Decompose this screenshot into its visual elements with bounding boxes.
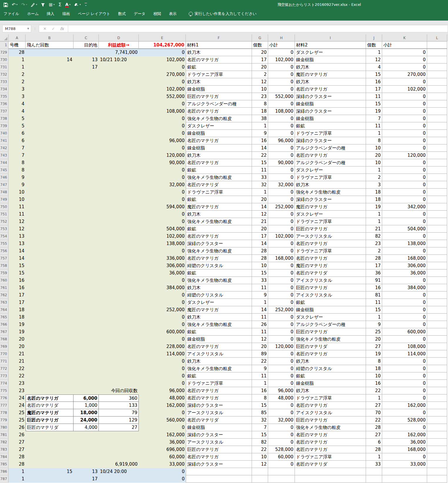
cell-J743[interactable]: 20: [366, 152, 382, 159]
cell-L737[interactable]: [427, 108, 447, 115]
header-cell-A1[interactable]: 号機: [9, 41, 26, 49]
cell-H771[interactable]: 0: [268, 358, 295, 365]
cell-K735[interactable]: 0: [382, 93, 427, 100]
cell-A734[interactable]: 3: [9, 86, 26, 93]
cell-B782[interactable]: [26, 439, 73, 446]
cell-K762[interactable]: 0: [382, 292, 427, 299]
row-header-757[interactable]: 757: [0, 255, 9, 262]
row-header-773[interactable]: 773: [0, 372, 9, 380]
cell-K781[interactable]: 162,000: [382, 431, 427, 439]
cell-E776[interactable]: 48,000: [139, 394, 186, 402]
cell-B750[interactable]: [26, 203, 73, 211]
header-cell-L1[interactable]: [427, 41, 447, 49]
cell-B763[interactable]: [26, 299, 73, 306]
column-header-G[interactable]: G: [252, 34, 268, 41]
cell-F787[interactable]: [186, 475, 252, 483]
cell-H761[interactable]: 0: [268, 284, 295, 292]
cell-J759[interactable]: 36: [366, 269, 382, 277]
cell-I765[interactable]: ダスクレザー: [295, 314, 366, 321]
cell-E756[interactable]: 0: [139, 247, 186, 255]
cell-G761[interactable]: 11: [252, 284, 268, 292]
column-header-K[interactable]: K: [382, 34, 427, 41]
cell-I729[interactable]: ダスクレザー: [295, 49, 366, 56]
cell-L731[interactable]: [427, 64, 447, 71]
cell-B731[interactable]: [26, 64, 73, 71]
cell-F778[interactable]: アースクリスタル: [186, 409, 252, 417]
cell-L750[interactable]: [427, 203, 447, 211]
cell-C781[interactable]: [73, 431, 99, 439]
cell-B737[interactable]: [26, 108, 73, 115]
cell-F746[interactable]: 強化キメラ生物の粗皮: [186, 174, 252, 181]
cell-L753[interactable]: [427, 225, 447, 233]
cell-K764[interactable]: 0: [382, 306, 427, 314]
row-header-1[interactable]: 1: [0, 41, 9, 49]
cell-D753[interactable]: [99, 225, 139, 233]
cell-J753[interactable]: 21: [366, 225, 382, 233]
cell-A741[interactable]: 6: [9, 137, 26, 144]
cell-A776[interactable]: 24: [9, 394, 26, 402]
autosum-icon[interactable]: Σ: [58, 2, 61, 7]
cell-L760[interactable]: [427, 277, 447, 284]
cell-G738[interactable]: 38: [252, 115, 268, 122]
cell-A736[interactable]: 4: [9, 100, 26, 108]
cell-J784[interactable]: 1: [366, 453, 382, 461]
redo-button[interactable]: ↷▾: [21, 3, 27, 7]
cell-B780[interactable]: 巨匠のマテリダ: [26, 424, 73, 431]
cell-E731[interactable]: 0: [139, 64, 186, 71]
cell-C740[interactable]: [73, 130, 99, 137]
cell-H749[interactable]: 0: [268, 196, 295, 203]
cell-F767[interactable]: 銀鉱: [186, 328, 252, 336]
cell-A763[interactable]: 17: [9, 299, 26, 306]
cell-L769[interactable]: [427, 343, 447, 350]
cell-K769[interactable]: 108,000: [382, 343, 427, 350]
row-header-764[interactable]: 764: [0, 306, 9, 314]
cell-L772[interactable]: [427, 365, 447, 372]
cell-C743[interactable]: [73, 152, 99, 159]
cell-G766[interactable]: 26: [252, 321, 268, 328]
cell-I761[interactable]: 巨匠のマテリガ: [295, 284, 366, 292]
cell-L767[interactable]: [427, 328, 447, 336]
cell-H766[interactable]: 0: [268, 321, 295, 328]
cell-H787[interactable]: [268, 475, 295, 483]
cell-L745[interactable]: [427, 166, 447, 174]
cell-C783[interactable]: [73, 446, 99, 453]
cell-D730[interactable]: 10/21 10:20: [99, 56, 139, 64]
row-header-786[interactable]: 786: [0, 468, 9, 475]
cell-L748[interactable]: [427, 189, 447, 196]
cell-G752[interactable]: 21: [252, 218, 268, 225]
header-cell-C1[interactable]: 目的地: [73, 41, 99, 49]
cell-H777[interactable]: 0: [268, 402, 295, 409]
cell-H741[interactable]: 96,000: [268, 137, 295, 144]
cell-I763[interactable]: 銀鉱: [295, 299, 366, 306]
cell-D740[interactable]: [99, 130, 139, 137]
cell-A753[interactable]: 12: [9, 225, 26, 233]
cell-F735[interactable]: 巨匠のマテリガ: [186, 93, 252, 100]
cell-B751[interactable]: [26, 211, 73, 218]
cell-H772[interactable]: 0: [268, 365, 295, 372]
cell-G785[interactable]: 12: [252, 461, 268, 468]
cell-G734[interactable]: 10: [252, 86, 268, 93]
row-header-739[interactable]: 739: [0, 122, 9, 130]
cell-E771[interactable]: 0: [139, 358, 186, 365]
cell-A746[interactable]: 9: [9, 174, 26, 181]
cell-K783[interactable]: 168,000: [382, 446, 427, 453]
cell-E730[interactable]: 102,000: [139, 56, 186, 64]
cell-D754[interactable]: [99, 233, 139, 240]
cell-K760[interactable]: 0: [382, 277, 427, 284]
cell-L729[interactable]: [427, 49, 447, 56]
row-header-761[interactable]: 761: [0, 284, 9, 292]
cell-E741[interactable]: 96,000: [139, 137, 186, 144]
cell-A760[interactable]: 16: [9, 277, 26, 284]
cell-G778[interactable]: 85: [252, 409, 268, 417]
cell-K768[interactable]: 0: [382, 336, 427, 343]
cell-G767[interactable]: 11: [252, 328, 268, 336]
cell-C758[interactable]: [73, 262, 99, 269]
cell-J749[interactable]: 18: [366, 196, 382, 203]
cell-E751[interactable]: 0: [139, 211, 186, 218]
cell-C768[interactable]: [73, 336, 99, 343]
cell-A729[interactable]: 28: [9, 49, 26, 56]
cell-C745[interactable]: [73, 166, 99, 174]
cell-H764[interactable]: 252,000: [268, 306, 295, 314]
cell-I732[interactable]: 魔匠のマテリガ: [295, 71, 366, 78]
ink-pen-icon[interactable]: ▾: [31, 3, 37, 7]
